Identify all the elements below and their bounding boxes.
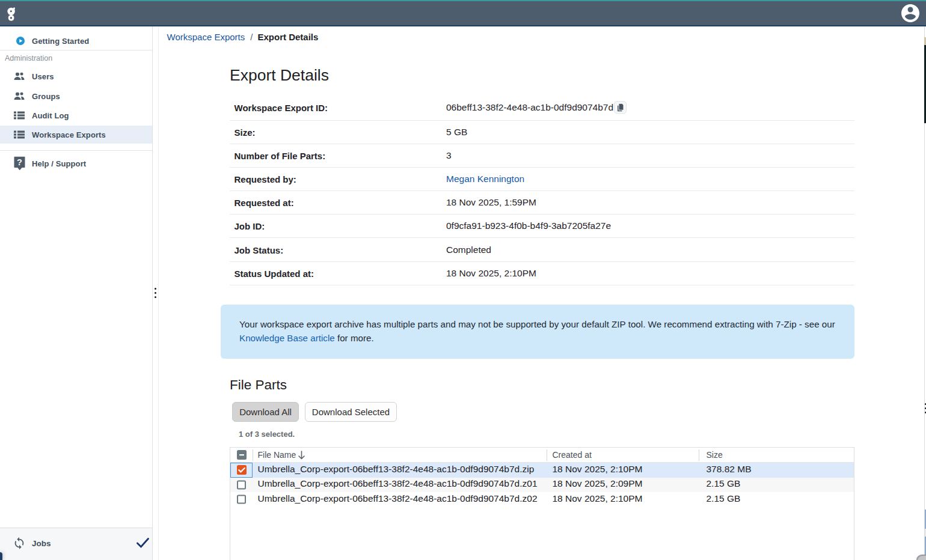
svg-text:?: ?	[17, 157, 22, 167]
